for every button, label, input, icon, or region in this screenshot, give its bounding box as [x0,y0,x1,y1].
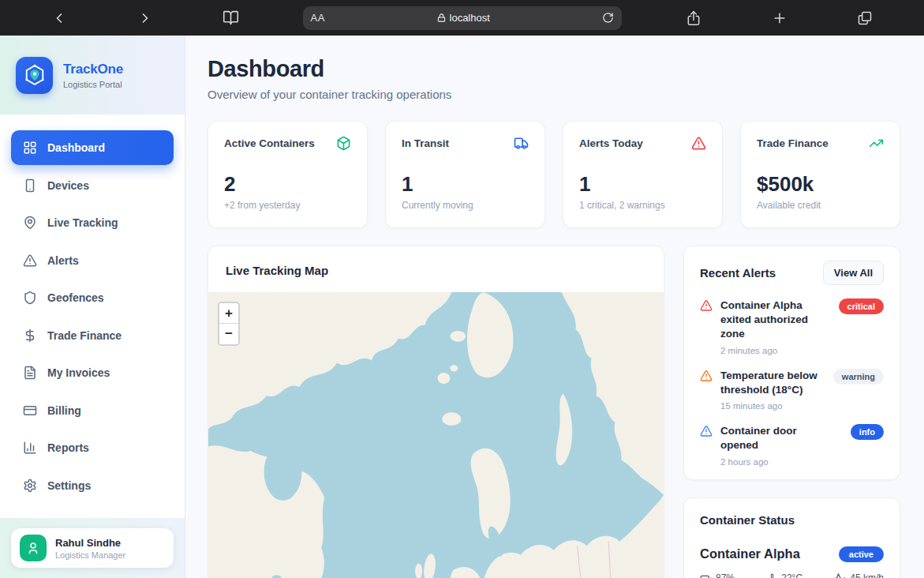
severity-badge: critical [839,298,884,314]
status-badge: active [839,546,884,562]
stat-sub: Available credit [757,200,884,211]
stat-label: In Transit [402,137,449,149]
map-pin-icon [23,216,37,230]
user-icon [26,541,40,555]
hexagon-pin-logo-icon [23,63,47,87]
brand-tagline: Logistics Portal [63,80,123,89]
dollar-icon [23,328,37,343]
map-zoom-out-button[interactable]: − [219,324,238,344]
sidebar-item-billing[interactable]: Billing [11,393,174,428]
map-zoom-control: + − [218,302,240,346]
activity-icon [835,572,846,578]
shield-icon [23,291,37,305]
stat-card-in-transit: In Transit 1 Currently moving [385,121,545,228]
forward-button[interactable] [132,5,159,32]
stat-card-alerts-today: Alerts Today 1 1 critical, 2 warnings [563,121,723,228]
thermometer-icon [767,573,777,578]
package-icon [336,136,351,151]
sidebar-item-label: Billing [47,404,81,417]
sidebar-item-label: Alerts [47,254,79,267]
container-status-title: Container Status [700,513,795,527]
chevron-left-icon [51,10,67,26]
alert-triangle-icon [23,253,37,268]
view-all-button[interactable]: View All [823,261,884,285]
main-content: Dashboard Overview of your container tra… [185,36,924,578]
alert-triangle-icon [700,370,713,411]
url-text: localhost [450,12,490,24]
stat-value: 1 [579,172,706,197]
sidebar-item-reports[interactable]: Reports [11,430,174,465]
map-zoom-in-button[interactable]: + [219,303,238,324]
recent-alerts-title: Recent Alerts [700,266,776,280]
world-map [208,292,664,578]
alert-message: Temperature below threshold (18°C) [720,369,827,397]
bar-chart-icon [23,441,37,455]
sidebar-item-live-tracking[interactable]: Live Tracking [11,205,174,240]
brand-header: TrackOne Logistics Portal [0,36,185,114]
sidebar-item-label: Live Tracking [47,216,118,229]
truck-icon [514,136,529,151]
sidebar-item-geofences[interactable]: Geofences [11,280,174,315]
new-tab-button[interactable] [766,5,793,32]
alert-time: 2 minutes ago [720,346,884,355]
reload-icon [602,12,614,24]
container-name: Container Alpha [700,546,800,561]
sidebar-footer: Rahul Sindhe Logistics Manager [0,518,185,578]
chevron-right-icon [137,10,153,26]
alert-triangle-icon [691,136,706,151]
sidebar-nav: Dashboard Devices Live Tracking Alerts G… [0,114,185,518]
address-bar[interactable]: AA localhost [303,6,622,30]
gear-icon [23,479,37,493]
credit-card-icon [23,403,37,418]
back-button[interactable] [46,5,73,32]
brand-name: TrackOne [63,62,123,77]
live-tracking-map-card: Live Tracking Map + − [208,246,664,578]
alert-item-warning[interactable]: Temperature below threshold (18°C) warni… [700,369,884,411]
alert-triangle-icon [700,299,713,355]
dashboard-grid-icon [23,141,37,155]
recent-alerts-card: Recent Alerts View All Container Alpha e… [683,246,900,480]
stat-label: Trade Finance [757,137,829,149]
alert-item-critical[interactable]: Container Alpha exited authorized zone c… [700,298,884,355]
sidebar-item-label: Geofences [47,291,104,304]
alert-triangle-icon [700,425,713,466]
sidebar-item-settings[interactable]: Settings [11,468,174,503]
device-icon [23,178,37,193]
tabs-button[interactable] [851,5,878,32]
user-role: Logistics Manager [55,550,125,560]
sidebar-item-dashboard[interactable]: Dashboard [11,130,174,165]
sidebar-item-label: Trade Finance [47,329,122,342]
sidebar-item-trade-finance[interactable]: Trade Finance [11,318,174,353]
sidebar-item-my-invoices[interactable]: My Invoices [11,355,174,390]
severity-badge: warning [833,369,884,385]
stat-sub: 1 critical, 2 warnings [579,200,706,211]
sidebar-item-label: Devices [47,179,89,192]
book-open-icon [223,9,239,26]
reload-button[interactable] [602,12,614,24]
share-button[interactable] [680,5,707,32]
map-canvas[interactable]: + − [208,292,664,578]
stats-grid: Active Containers 2 +2 from yesterday In… [208,121,900,228]
sidebar-item-alerts[interactable]: Alerts [11,243,174,278]
stat-sub: Currently moving [402,200,529,211]
alert-time: 15 minutes ago [720,401,884,411]
stat-label: Active Containers [224,137,315,149]
alert-item-info[interactable]: Container door opened info 2 hours ago [700,424,884,466]
sidebar-item-devices[interactable]: Devices [11,168,174,203]
user-card[interactable]: Rahul Sindhe Logistics Manager [11,528,174,568]
browser-toolbar: AA localhost [0,0,924,36]
plus-icon [772,10,787,26]
alert-message: Container Alpha exited authorized zone [720,298,831,342]
stat-card-trade-finance: Trade Finance $500k Available credit [740,121,900,228]
severity-badge: info [851,424,884,440]
bookmarks-button[interactable] [217,5,244,32]
sidebar-item-label: Settings [47,479,91,492]
stat-sub: +2 from yesterday [224,200,351,211]
sidebar-item-label: Dashboard [47,141,105,154]
battery-stat: 87% [700,572,735,578]
page-title: Dashboard [208,56,900,82]
map-card-title: Live Tracking Map [226,264,328,277]
battery-icon [700,572,712,578]
share-icon [686,10,701,26]
reader-button[interactable]: AA [311,12,325,24]
